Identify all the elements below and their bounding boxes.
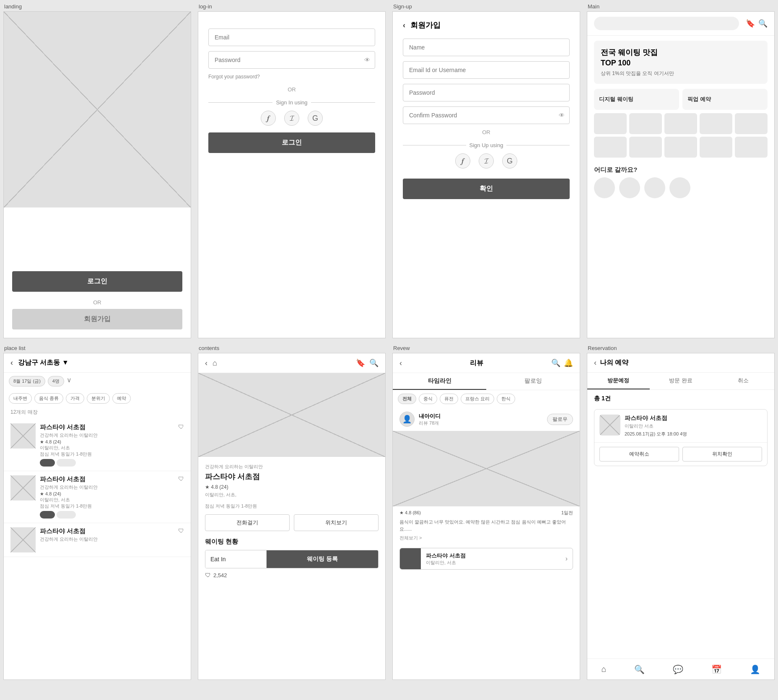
tab-completed[interactable]: 방문 완료	[650, 373, 712, 389]
more-link[interactable]: 전체보기 >	[399, 535, 573, 541]
tag-btn-2[interactable]	[40, 511, 55, 519]
instagram-icon[interactable]: 𝓘	[284, 111, 299, 126]
cancel-reservation-button[interactable]: 예약취소	[599, 447, 679, 461]
res-thumb	[599, 415, 620, 436]
register-button[interactable]: 회원가입	[12, 309, 182, 329]
signup-facebook-icon[interactable]: 𝒇	[455, 153, 470, 169]
place-meta2-2: 점심 저녁 동일가 1-8만원	[40, 503, 174, 509]
bookmark-icon[interactable]: 🔖	[746, 19, 755, 28]
filter-french[interactable]: 프랑스 요리	[461, 394, 494, 404]
main-search-bar[interactable]	[594, 17, 739, 30]
follow-button[interactable]: 팔로우	[547, 414, 573, 425]
password-input[interactable]	[208, 51, 375, 69]
signup-instagram-icon[interactable]: 𝓘	[479, 153, 494, 169]
circle-1[interactable]	[594, 177, 615, 198]
circle-4[interactable]	[669, 177, 690, 198]
list-item[interactable]: 파스타야 서초점 건강하게 요리하는 이탈리안 ★ 4.8 (24) 이탈리안,…	[4, 471, 191, 523]
tab-upcoming[interactable]: 방문예정	[587, 373, 650, 389]
reservation-label: Reservation	[587, 345, 775, 351]
quick-digital-waiting[interactable]: 디지털 웨이팅	[594, 89, 679, 110]
person-filter-chip[interactable]: 4명	[48, 376, 64, 386]
filter-reservation[interactable]: 예약	[112, 393, 131, 404]
signup-social-icons: 𝒇 𝓘 G	[403, 153, 570, 169]
rest-arrow-icon[interactable]: ›	[560, 552, 573, 566]
filter-chinese[interactable]: 중식	[419, 394, 437, 404]
list-item[interactable]: 파스타야 서초점 건강하게 요리하는 이탈리안 🛡	[4, 523, 191, 557]
res-back-icon[interactable]: ‹	[594, 358, 596, 367]
login-button[interactable]: 로그인	[12, 271, 182, 292]
filter-nearby[interactable]: 내주변	[9, 393, 32, 404]
thumb-3[interactable]	[664, 113, 697, 134]
contents-home-icon[interactable]: ⌂	[213, 359, 217, 368]
signup-confirm-button[interactable]: 확인	[403, 179, 570, 199]
location-title[interactable]: 강남구 서초동 ▼	[18, 358, 69, 367]
review-back-icon[interactable]: ‹	[399, 359, 402, 368]
thumb-6[interactable]	[594, 137, 627, 158]
thumb-9[interactable]	[700, 137, 732, 158]
search-icon[interactable]: 🔍	[758, 19, 768, 28]
contents-wrapper: contents ‹ ⌂ 🔖 🔍 건강하게 요리하는 이탈리안 파스타야 서초점…	[194, 342, 389, 683]
filter-food-type[interactable]: 음식 종류	[34, 393, 63, 404]
call-button[interactable]: 전화걸기	[205, 514, 290, 531]
tab-following[interactable]: 팔로잉	[486, 373, 580, 390]
nav-calendar-icon[interactable]: 📅	[711, 664, 722, 674]
thumb-5[interactable]	[735, 113, 768, 134]
contents-search-icon[interactable]: 🔍	[369, 358, 379, 368]
thumb-4[interactable]	[700, 113, 732, 134]
contents-bookmark-icon[interactable]: 🔖	[356, 358, 365, 368]
tab-cancelled[interactable]: 취소	[712, 373, 774, 389]
filter-korean[interactable]: 한식	[497, 394, 515, 404]
back-icon[interactable]: ‹	[403, 21, 405, 30]
confirm-show-password-icon[interactable]: 👁	[559, 112, 565, 119]
tag-light-1[interactable]	[57, 459, 76, 467]
circle-2[interactable]	[619, 177, 640, 198]
sign-up-label: Sign Up using	[403, 142, 570, 148]
filter-price[interactable]: 가격	[66, 393, 84, 404]
filter-all[interactable]: 전체	[398, 394, 416, 404]
avatar: 👤	[399, 412, 415, 427]
location-confirm-button[interactable]: 위치확인	[682, 447, 762, 461]
forgot-password-link[interactable]: Forgot your password?	[208, 74, 375, 80]
thumb-1[interactable]	[594, 113, 627, 134]
name-input[interactable]	[403, 39, 570, 56]
circle-3[interactable]	[644, 177, 665, 198]
review-bell-icon[interactable]: 🔔	[564, 358, 573, 368]
thumb-7[interactable]	[629, 137, 662, 158]
login-submit-button[interactable]: 로그인	[208, 132, 375, 153]
waiting-register-button[interactable]: 웨이팅 등록	[267, 550, 378, 568]
nav-profile-icon[interactable]: 👤	[750, 664, 760, 674]
tab-timeline[interactable]: 타임라인	[393, 373, 486, 390]
date-filter-chip[interactable]: 8월 17일 (금)	[9, 376, 45, 386]
tag-btn-1[interactable]	[40, 459, 55, 467]
place-list-back-icon[interactable]: ‹	[10, 358, 13, 367]
nav-message-icon[interactable]: 💬	[673, 664, 683, 674]
signup-password-input[interactable]	[403, 84, 570, 101]
filter-atmosphere[interactable]: 분위기	[87, 393, 110, 404]
nav-home-icon[interactable]: ⌂	[601, 664, 606, 674]
google-icon[interactable]: G	[308, 111, 323, 126]
bottom-nav: ⌂ 🔍 💬 📅 👤	[587, 659, 774, 679]
filter-fusion[interactable]: 퓨전	[440, 394, 458, 404]
thumb-2[interactable]	[629, 113, 662, 134]
res-header: ‹ 나의 예약	[587, 353, 774, 373]
or-divider: OR	[12, 299, 182, 306]
location-button[interactable]: 위치보기	[294, 514, 379, 531]
review-search-icon[interactable]: 🔍	[551, 358, 560, 368]
thumb-8[interactable]	[664, 137, 697, 158]
nav-search-icon[interactable]: 🔍	[634, 664, 645, 674]
filter-dropdown-icon[interactable]: ∨	[67, 376, 72, 386]
confirm-password-input[interactable]	[403, 106, 570, 124]
signup-email-input[interactable]	[403, 61, 570, 79]
nav-left: ‹ ⌂	[205, 359, 217, 368]
thumb-10[interactable]	[735, 137, 768, 158]
contents-back-icon[interactable]: ‹	[205, 359, 207, 368]
signup-google-icon[interactable]: G	[502, 153, 517, 169]
email-input[interactable]	[208, 29, 375, 46]
facebook-icon[interactable]: 𝒇	[261, 111, 276, 126]
restaurant-card[interactable]: 파스타야 서초점 이탈리안, 서초 ›	[399, 548, 573, 570]
list-header: ‹ 강남구 서초동 ▼	[4, 353, 191, 373]
show-password-icon[interactable]: 👁	[364, 57, 370, 63]
quick-pickup-reservation[interactable]: 픽업 예약	[682, 89, 768, 110]
list-item[interactable]: 파스타야 서초점 건강하게 요리하는 이탈리안 ★ 4.8 (24) 이탈리안,…	[4, 419, 191, 471]
tag-light-2[interactable]	[57, 511, 76, 519]
